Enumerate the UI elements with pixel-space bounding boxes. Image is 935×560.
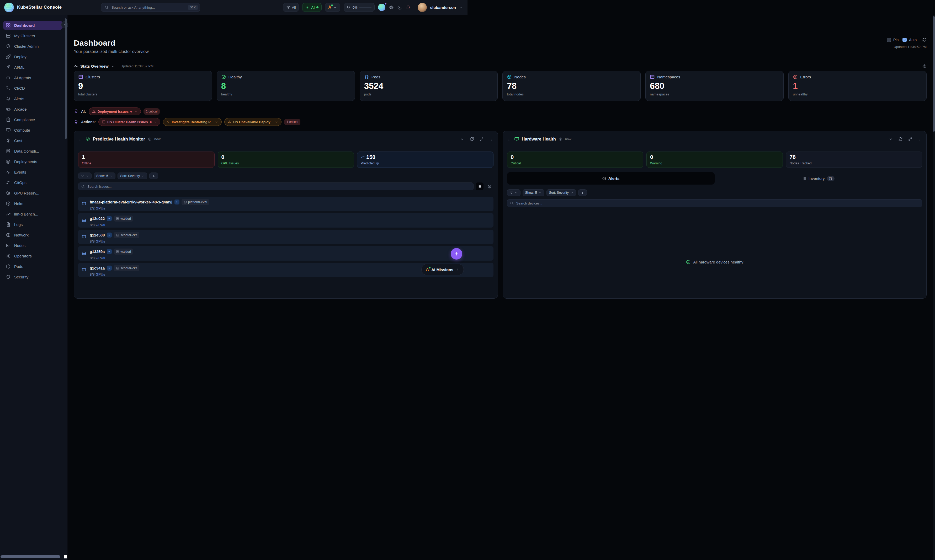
stat-card-pods[interactable]: Pods 3524 pods xyxy=(359,71,468,101)
gpu-zap-badge xyxy=(107,232,112,237)
sidebar-item-dashboard[interactable]: Dashboard xyxy=(3,21,62,30)
drag-handle-icon[interactable] xyxy=(78,137,83,141)
user-avatar[interactable] xyxy=(418,3,427,12)
sidebar-item-gitops[interactable]: GitOps xyxy=(3,178,62,187)
pill-label: Fix Unavailable Deploy... xyxy=(233,120,273,124)
sidebar-item-ai-agents[interactable]: AI Agents xyxy=(3,73,62,82)
pill-label: Deployment Issues xyxy=(97,109,129,114)
issue-row-g12e508[interactable]: g12e508 scooter-cks 8/8 GPUs xyxy=(78,230,468,244)
issue-row-g1c341a[interactable]: g1c341a scooter-cks 8/8 GPUs xyxy=(78,263,468,277)
sidebar-nav: Dashboard My Clusters Cluster Admin Depl… xyxy=(0,15,67,280)
issue-row-g12e022[interactable]: g12e022 waldorf 8/8 GPUs xyxy=(78,213,468,228)
sidebar-item-nodes[interactable]: Nodes xyxy=(3,241,62,250)
actions-row-label: Actions: xyxy=(81,120,96,124)
package-icon xyxy=(6,201,11,206)
card-timestamp: now xyxy=(154,137,160,141)
sidebar-item-network[interactable]: Network xyxy=(3,231,62,240)
sidebar-item-arcade[interactable]: Arcade xyxy=(3,105,62,114)
global-search-input[interactable] xyxy=(111,5,188,10)
issue-row-fmaas-platform-eval-2rrkv-worker-l40-3-g4m9j[interactable]: fmaas-platform-eval-2rrkv-worker-l40-3-g… xyxy=(78,197,468,211)
gpu-zap-badge xyxy=(107,266,112,271)
mini-stat-predicted[interactable]: 150 Predicted xyxy=(357,152,468,168)
actions-critical-badge: 1 critical xyxy=(284,119,300,125)
sidebar-item-label: Operators xyxy=(14,254,32,258)
sort-direction-button[interactable] xyxy=(149,172,158,179)
sidebar-item-label: GitOps xyxy=(14,180,26,185)
mini-stat-offline[interactable]: 1 Offline xyxy=(78,152,214,168)
notifications-button[interactable] xyxy=(406,5,410,10)
collapse-card-icon[interactable] xyxy=(460,137,464,141)
stat-card-clusters[interactable]: Clusters 9 total clusters xyxy=(74,71,212,101)
sidebar-item-ci-cd[interactable]: CI/CD xyxy=(3,84,62,93)
header-controls: All AI A 0% ✦ clubanderson xyxy=(283,3,463,12)
gpu-count: 8/8 GPUs xyxy=(90,272,468,276)
hard-drive-icon xyxy=(82,268,86,272)
sort-dropdown[interactable]: Sort: Severity xyxy=(117,172,147,179)
sidebar-item-label: Deploy xyxy=(14,55,26,59)
ai-status-badge[interactable]: AI xyxy=(302,3,322,12)
mini-stat-gpu-issues[interactable]: 0 GPU Issues xyxy=(218,152,354,168)
sidebar-item-ai-ml[interactable]: AI/ML xyxy=(3,63,62,72)
sidebar-item-operators[interactable]: Operators xyxy=(3,251,62,261)
sidebar-item-alerts[interactable]: Alerts xyxy=(3,94,62,103)
gpu-zap-badge xyxy=(107,216,112,221)
bug-report-button[interactable] xyxy=(389,5,394,10)
sidebar-item-logs[interactable]: Logs xyxy=(3,220,62,229)
dark-mode-toggle[interactable] xyxy=(397,5,402,10)
info-icon xyxy=(376,162,379,165)
filter-button[interactable] xyxy=(78,172,91,179)
global-search[interactable]: ⌘ K xyxy=(101,3,200,12)
action-pill-investigate-restarting-p[interactable]: Investigate Restarting P... xyxy=(163,118,222,126)
sidebar-item-helm[interactable]: Helm xyxy=(3,199,62,208)
issues-search-input[interactable] xyxy=(87,184,468,189)
gpu-zap-badge xyxy=(174,200,179,205)
action-pill-deployment-issues[interactable]: Deployment Issues xyxy=(89,108,141,115)
cluster-tag: waldorf xyxy=(114,215,133,222)
sidebar-item-label: Cluster Admin xyxy=(14,44,39,49)
stat-sub-label: healthy xyxy=(221,92,350,96)
issue-row-g13259a[interactable]: g13259a waldorf 8/8 GPUs xyxy=(78,246,468,261)
action-pill-fix-unavailable-deploy[interactable]: Fix Unavailable Deploy... xyxy=(224,118,281,126)
ai-insight-row: AI: Deployment Issues 1 critical xyxy=(74,107,468,115)
issues-search[interactable] xyxy=(78,183,468,190)
sidebar-item-label: Deployments xyxy=(14,159,37,164)
sidebar-item-label: Compliance xyxy=(14,117,35,122)
add-widget-fab[interactable] xyxy=(451,248,462,260)
sidebar-item-security[interactable]: Security xyxy=(3,272,62,280)
header-divider xyxy=(414,3,414,12)
sidebar-item-deploy[interactable]: Deploy xyxy=(3,52,62,62)
node-name: fmaas-platform-eval-2rrkv-worker-l40-3-g… xyxy=(90,200,172,204)
ai-assistant-button[interactable]: ✦ xyxy=(378,4,386,11)
sidebar-item-cost[interactable]: Cost xyxy=(3,136,62,145)
sidebar-vertical-scrollbar[interactable] xyxy=(65,18,66,139)
mini-stat-label: Offline xyxy=(82,162,211,165)
ai-missions-button[interactable]: A AI Missions xyxy=(421,264,464,275)
sidebar-item-data-compli[interactable]: Data Compli... xyxy=(3,146,62,156)
section-chevron-icon[interactable] xyxy=(111,65,115,68)
sidebar-item-compute[interactable]: Compute xyxy=(3,126,62,135)
filter-all-button[interactable]: All xyxy=(283,3,299,12)
sidebar-item-gpu-reserv[interactable]: GPU Reserv... xyxy=(3,189,62,198)
sidebar-item-my-clusters[interactable]: My Clusters xyxy=(3,31,62,40)
cluster-name: waldorf xyxy=(120,250,131,254)
sidebar-item-llm-d-bench[interactable]: llm-d Bench... xyxy=(3,209,62,218)
sidebar-item-cluster-admin[interactable]: Cluster Admin xyxy=(3,42,62,51)
predictive-health-monitor-card: Predictive Health Monitor now 1 Offline … xyxy=(74,131,468,280)
sidebar-item-compliance[interactable]: Compliance xyxy=(3,115,62,124)
main-content: Dashboard Your personalized multi-cluste… xyxy=(68,15,468,280)
sidebar-item-events[interactable]: Events xyxy=(3,168,62,177)
user-menu-chevron-icon[interactable] xyxy=(459,6,463,9)
info-icon[interactable] xyxy=(148,137,152,141)
cluster-tag: waldorf xyxy=(114,249,133,255)
username[interactable]: clubanderson xyxy=(430,5,456,10)
usage-meter[interactable]: 0% xyxy=(344,3,375,12)
hard-drive-icon xyxy=(82,251,86,255)
show-count-label: Show: 5 xyxy=(96,174,108,178)
show-count-dropdown[interactable]: Show: 5 xyxy=(94,172,116,179)
gpu-count: 8/8 GPUs xyxy=(90,223,468,227)
sidebar-item-pods[interactable]: Pods xyxy=(3,262,62,271)
stat-card-healthy[interactable]: Healthy 8 healthy xyxy=(217,71,355,101)
sidebar-item-deployments[interactable]: Deployments xyxy=(3,157,62,166)
action-pill-fix-cluster-health-issues[interactable]: Fix Cluster Health Issues xyxy=(99,118,160,126)
model-selector[interactable]: A xyxy=(325,3,340,12)
